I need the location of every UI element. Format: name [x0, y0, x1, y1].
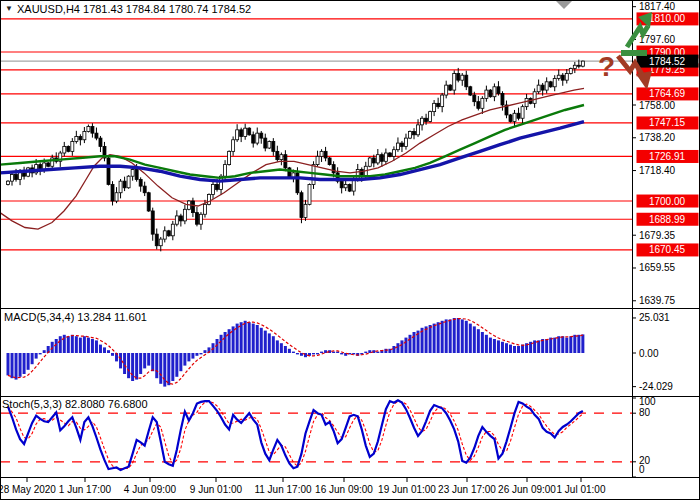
trading-chart-window: 1817.401797.601758.001738.201718.401679.… — [0, 0, 700, 500]
question-mark-annotation[interactable]: ? — [598, 51, 615, 82]
chart-shift-marker-icon[interactable] — [556, 1, 572, 9]
down-trend-arrow-annotation[interactable] — [618, 56, 652, 90]
up-trend-arrow-annotation[interactable] — [621, 12, 652, 53]
